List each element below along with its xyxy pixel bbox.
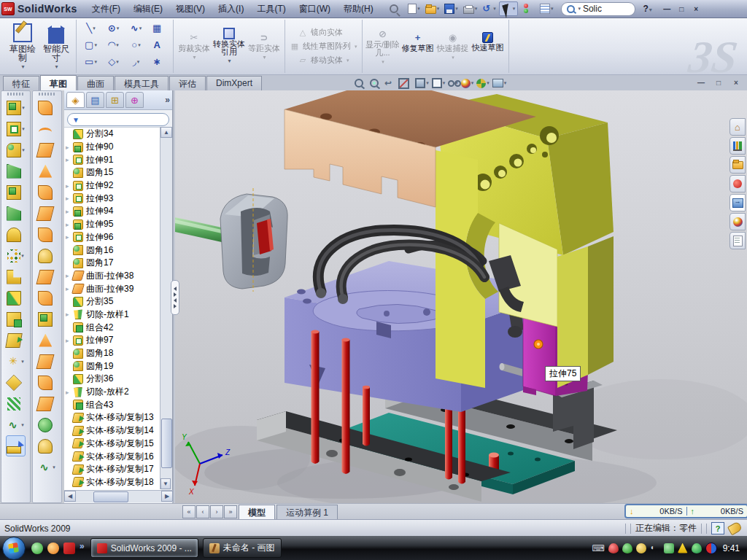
ribbon-button[interactable]: ◉快速捕捉▾ — [436, 31, 471, 61]
quick-launch-icon[interactable] — [47, 542, 59, 554]
scroll-up-arrow[interactable]: ▲ — [160, 127, 172, 138]
tag-icon[interactable] — [727, 521, 743, 536]
sketch-entity-button[interactable]: ∗▾ — [147, 56, 170, 67]
feature-tool-button[interactable]: ▾ — [6, 224, 26, 245]
surface-tool-button[interactable]: ▾ — [38, 203, 56, 224]
feature-tree-item[interactable]: 实体-移动/复制15 — [64, 438, 161, 451]
doc-close-button[interactable]: × — [729, 77, 743, 88]
surface-tool-button[interactable]: ▾ — [38, 330, 56, 351]
start-button[interactable] — [2, 537, 26, 560]
feature-tree-item[interactable]: 圆角15 — [64, 166, 161, 179]
feature-tree-item[interactable]: 切除-放样1 — [64, 308, 161, 322]
panel-tab[interactable]: ⊕ — [125, 92, 144, 108]
task-pane-tab[interactable] — [729, 137, 746, 155]
tray-icon[interactable] — [592, 543, 604, 553]
feature-tool-button[interactable]: ▾ — [6, 97, 26, 118]
feature-tool-button[interactable]: ▾ — [6, 245, 26, 266]
ribbon-row-button[interactable]: △镜向实体▾ — [296, 26, 351, 39]
tray-icon[interactable] — [678, 543, 688, 553]
expand-arrow-icon[interactable] — [66, 208, 73, 215]
sketch-entity-button[interactable]: ╲▾ — [80, 23, 102, 34]
panel-more-chevron[interactable]: » — [165, 95, 170, 105]
menu-item[interactable]: 工具(T) — [251, 1, 291, 18]
sketch-entity-button[interactable]: ▢▾ — [80, 39, 102, 50]
tray-icon[interactable] — [608, 543, 619, 553]
menu-item[interactable]: 文件(F) — [86, 1, 126, 18]
toolbar-button[interactable]: ▾ — [405, 2, 422, 15]
feature-tree-item[interactable]: 拉伸92 — [64, 179, 161, 192]
surface-tool-button[interactable]: ▾ — [38, 266, 56, 287]
tray-icon[interactable] — [705, 542, 717, 554]
task-pane-tab[interactable] — [729, 175, 746, 192]
tray-icon[interactable] — [636, 543, 646, 553]
view-tool-button[interactable]: ▾ — [448, 77, 458, 89]
surface-tool-button[interactable]: ▾ — [38, 351, 56, 372]
feature-tree-item[interactable]: 实体-移动/复制14 — [64, 424, 161, 438]
surface-tool-button[interactable]: ▾ — [38, 118, 56, 139]
toolbar-button[interactable]: ▾ — [387, 2, 405, 15]
feature-tree-item[interactable]: 拉伸97 — [64, 334, 161, 347]
feature-tool-button[interactable]: ▾ — [6, 139, 26, 160]
splitter-handle[interactable] — [171, 280, 179, 315]
ribbon-button[interactable]: ⊘显示/删除几...▾ — [365, 28, 400, 66]
expand-arrow-icon[interactable] — [66, 195, 73, 202]
surface-tool-button[interactable]: ▾ — [38, 245, 56, 266]
tray-icon[interactable] — [692, 543, 702, 553]
ribbon-button[interactable]: ✂剪裁实体 — [177, 31, 212, 61]
feature-tool-button[interactable]: ▾ — [6, 435, 26, 456]
expand-arrow-icon[interactable] — [66, 337, 73, 344]
feature-tool-button[interactable]: ▾ — [6, 414, 26, 435]
search-box[interactable]: ▾ Solic — [561, 2, 635, 16]
view-tool-button[interactable]: ▾ — [432, 77, 446, 89]
ribbon-big-button[interactable]: 智能尺寸 — [39, 21, 73, 71]
taskbar-window-button[interactable]: 未命名 - 画图 — [203, 538, 282, 558]
view-tool-button[interactable]: ▾ — [492, 77, 507, 89]
model-tab[interactable]: 运动算例 1 — [276, 505, 338, 519]
feature-tool-button[interactable]: ▾ — [6, 308, 26, 330]
graphics-viewport[interactable]: Y Z X — [175, 90, 747, 503]
quick-tips-button[interactable]: ? — [711, 522, 724, 534]
surface-tool-button[interactable]: ▾ — [38, 182, 56, 203]
feature-tool-button[interactable]: ▾ — [6, 266, 26, 287]
task-pane-tab[interactable] — [729, 194, 746, 211]
surface-tool-button[interactable]: ▾ — [38, 435, 56, 456]
surface-tool-button[interactable]: ▾ — [38, 224, 56, 245]
feature-tool-button[interactable]: ▾ — [6, 287, 26, 308]
model-tab[interactable]: 模型 — [239, 505, 275, 519]
feature-tree-item[interactable]: 拉伸91 — [64, 153, 161, 166]
task-pane-tab[interactable] — [729, 232, 746, 249]
feature-tool-button[interactable]: ▾ — [6, 372, 26, 393]
scroll-thumb[interactable] — [161, 419, 172, 468]
ribbon-button[interactable]: 转换实体引用 — [212, 28, 247, 65]
menu-item[interactable]: 编辑(E) — [128, 1, 169, 18]
sprue-bushing-assembly[interactable] — [175, 188, 287, 292]
toolbar-button[interactable]: ▾ — [461, 3, 480, 15]
feature-tree-item[interactable]: 切除-放样2 — [64, 386, 161, 399]
tray-icon[interactable] — [650, 543, 660, 553]
feature-tool-button[interactable]: ▾ — [6, 203, 26, 224]
task-pane-tab[interactable] — [729, 156, 746, 174]
feature-tree-item[interactable]: 分割34 — [64, 128, 161, 141]
sketch-entity-button[interactable]: ○▾ — [125, 39, 147, 50]
toolbar-button[interactable]: ▾ — [423, 2, 442, 15]
feature-tree-item[interactable]: 拉伸90 — [64, 141, 161, 154]
feature-tree-item[interactable]: 实体-移动/复制13 — [64, 411, 161, 424]
menu-item[interactable]: 帮助(H) — [338, 1, 379, 18]
surface-tool-button[interactable]: ▾ — [38, 393, 56, 414]
feature-tool-button[interactable]: ▾ — [6, 160, 26, 182]
surface-tool-button[interactable]: ▾ — [38, 97, 56, 118]
toolbar-button[interactable]: ▾ — [538, 2, 556, 15]
toolbar-button[interactable]: ▾ — [480, 2, 498, 15]
restore-button[interactable]: □ — [676, 4, 688, 15]
ribbon-row-button[interactable]: ▱移动实体▾ — [296, 54, 351, 66]
feature-tool-button[interactable]: ▾ — [6, 351, 26, 372]
expand-arrow-icon[interactable] — [66, 221, 73, 228]
feature-tool-button[interactable]: ▾ — [6, 182, 26, 203]
expand-arrow-icon[interactable] — [66, 311, 73, 318]
quick-launch-icon[interactable] — [31, 542, 43, 554]
view-tool-button[interactable]: ▾ — [398, 77, 413, 89]
ribbon-big-button[interactable]: 草图绘制 — [6, 22, 39, 71]
menu-item[interactable]: 插入(I) — [212, 1, 249, 18]
tab-nav-button[interactable]: » — [224, 505, 237, 518]
doc-restore-button[interactable]: □ — [712, 77, 725, 88]
